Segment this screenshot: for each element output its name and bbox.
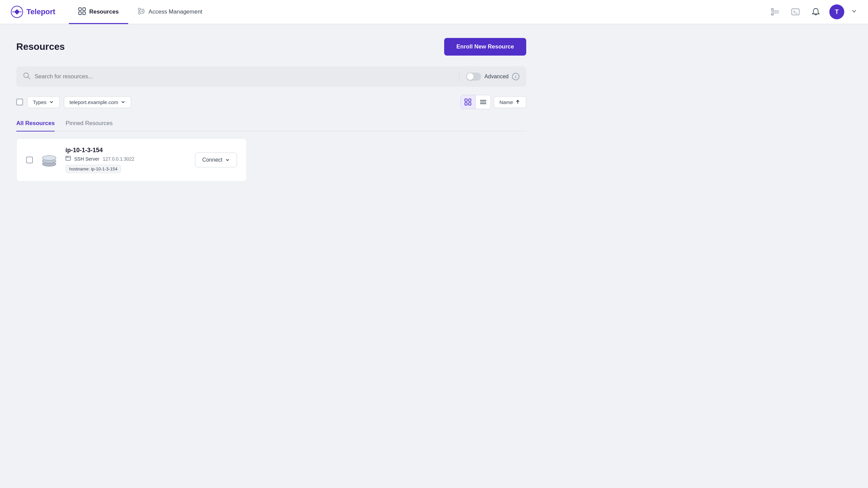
- nav-item-resources[interactable]: Resources: [69, 0, 128, 24]
- nav-resources-label: Resources: [89, 8, 119, 15]
- tab-pinned-resources[interactable]: Pinned Resources: [65, 116, 113, 131]
- resource-type-row: SSH Server 127.0.0.1:3022: [65, 156, 188, 162]
- resource-name: ip-10-1-3-154: [65, 147, 188, 154]
- resource-address: 127.0.0.1:3022: [103, 156, 134, 162]
- resource-checkbox[interactable]: [26, 157, 33, 163]
- user-avatar[interactable]: T: [829, 4, 844, 19]
- resource-tag: hostname: ip-10-1-3-154: [65, 165, 121, 173]
- nav-item-access-management[interactable]: Access Management: [128, 0, 212, 24]
- svg-point-1: [16, 11, 18, 13]
- main-content: Resources Enroll New Resource Advanced i: [0, 24, 542, 195]
- filters-row: Types teleport.example.com: [16, 95, 526, 109]
- svg-point-35: [67, 157, 68, 157]
- svg-rect-4: [79, 12, 81, 15]
- notifications-icon-btn[interactable]: [809, 5, 823, 19]
- navbar: Teleport Resources: [0, 0, 868, 24]
- advanced-info-icon[interactable]: i: [512, 73, 519, 80]
- svg-rect-23: [465, 103, 467, 105]
- svg-rect-5: [83, 12, 85, 15]
- filters-right: Name: [460, 95, 526, 109]
- resource-card: ip-10-1-3-154 SSH Server 127.0.0.1:3022 …: [16, 138, 247, 182]
- svg-point-7: [138, 12, 140, 14]
- resources-nav-icon: [78, 7, 86, 17]
- svg-rect-2: [79, 8, 81, 11]
- filters-left: Types teleport.example.com: [16, 96, 131, 108]
- search-advanced-section: Advanced i: [459, 73, 519, 81]
- resource-type-icon: [65, 156, 71, 162]
- list-view-button[interactable]: [476, 95, 491, 109]
- connect-chevron-icon: [225, 158, 230, 162]
- svg-rect-24: [469, 103, 471, 105]
- resource-info: ip-10-1-3-154 SSH Server 127.0.0.1:3022 …: [65, 147, 188, 173]
- connect-button[interactable]: Connect: [195, 152, 237, 167]
- resource-type-label: SSH Server: [74, 156, 99, 162]
- teleport-logo-icon: [11, 6, 23, 18]
- access-management-nav-icon: [138, 7, 145, 17]
- nav-access-management-label: Access Management: [149, 8, 202, 15]
- enroll-new-resource-button[interactable]: Enroll New Resource: [444, 38, 526, 56]
- logo-text: Teleport: [26, 7, 55, 16]
- cluster-filter-button[interactable]: teleport.example.com: [64, 96, 131, 108]
- logo[interactable]: Teleport: [11, 6, 55, 18]
- search-bar: Advanced i: [16, 66, 526, 87]
- svg-rect-3: [83, 8, 85, 11]
- svg-rect-17: [792, 9, 799, 15]
- svg-rect-22: [469, 99, 471, 101]
- nav-right: T: [768, 4, 857, 19]
- svg-point-31: [42, 156, 56, 160]
- types-filter-button[interactable]: Types: [27, 96, 60, 108]
- svg-point-6: [138, 8, 140, 10]
- advanced-label: Advanced: [485, 74, 509, 80]
- ssh-server-icon: [40, 150, 59, 169]
- svg-point-8: [142, 10, 144, 12]
- svg-rect-16: [771, 13, 773, 15]
- svg-rect-21: [465, 99, 467, 101]
- select-all-checkbox[interactable]: [16, 99, 23, 105]
- sort-direction-icon: [515, 99, 520, 105]
- types-chevron-icon: [49, 100, 54, 104]
- svg-line-20: [28, 77, 30, 79]
- advanced-toggle[interactable]: [466, 73, 481, 81]
- resource-tabs: All Resources Pinned Resources: [16, 116, 526, 131]
- search-icon: [23, 72, 31, 81]
- grid-view-button[interactable]: [461, 95, 476, 109]
- search-bar-inner: [23, 72, 452, 81]
- cluster-chevron-icon: [121, 100, 125, 104]
- page-title: Resources: [16, 41, 65, 52]
- search-input[interactable]: [35, 73, 452, 80]
- activity-icon-btn[interactable]: [768, 5, 782, 19]
- terminal-icon-btn[interactable]: [789, 5, 802, 19]
- resources-list: ip-10-1-3-154 SSH Server 127.0.0.1:3022 …: [16, 138, 526, 182]
- page-header: Resources Enroll New Resource: [16, 38, 526, 56]
- sort-button[interactable]: Name: [494, 96, 526, 108]
- toggle-knob: [467, 73, 474, 80]
- tab-all-resources[interactable]: All Resources: [16, 116, 55, 131]
- nav-items: Resources Access Management: [69, 0, 768, 24]
- view-toggle-group: [460, 95, 491, 109]
- svg-point-34: [66, 157, 67, 157]
- user-menu-chevron[interactable]: [851, 8, 857, 16]
